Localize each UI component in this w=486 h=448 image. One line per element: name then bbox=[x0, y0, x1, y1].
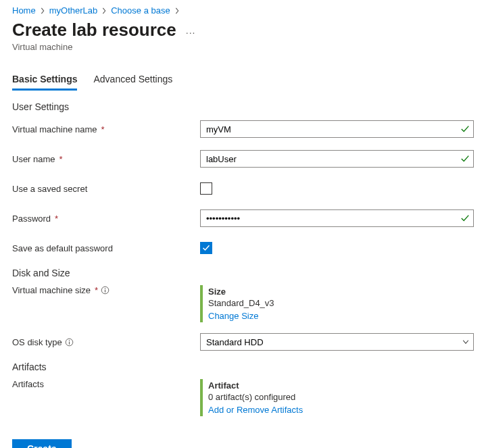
artifacts-card: Artifact 0 artifact(s) configured Add or… bbox=[200, 379, 303, 416]
required-indicator: * bbox=[95, 285, 98, 295]
check-icon bbox=[460, 154, 470, 164]
check-icon bbox=[460, 214, 470, 223]
required-indicator: * bbox=[101, 124, 105, 134]
os-disk-type-label: OS disk type bbox=[12, 337, 62, 347]
breadcrumb-choose-base[interactable]: Choose a base bbox=[111, 5, 170, 16]
tab-advanced-settings[interactable]: Advanced Settings bbox=[93, 74, 172, 91]
required-indicator: * bbox=[55, 214, 58, 224]
chevron-right-icon bbox=[101, 7, 107, 14]
os-disk-type-select[interactable]: Standard HDD bbox=[200, 333, 474, 351]
breadcrumb: Home myOtherLab Choose a base bbox=[12, 5, 474, 16]
vm-name-label: Virtual machine name bbox=[12, 124, 97, 134]
svg-rect-2 bbox=[105, 290, 105, 293]
info-icon[interactable] bbox=[65, 338, 74, 347]
vm-name-input[interactable] bbox=[200, 120, 474, 138]
create-button[interactable]: Create bbox=[12, 439, 72, 448]
page-title: Create lab resource bbox=[12, 20, 176, 41]
breadcrumb-lab[interactable]: myOtherLab bbox=[49, 5, 98, 16]
chevron-right-icon bbox=[174, 7, 180, 14]
vm-size-label: Virtual machine size bbox=[12, 285, 91, 295]
vm-size-card-title: Size bbox=[208, 287, 274, 297]
required-indicator: * bbox=[59, 154, 63, 164]
password-input[interactable] bbox=[200, 209, 474, 227]
artifacts-label: Artifacts bbox=[12, 379, 44, 389]
section-disk-and-size: Disk and Size bbox=[12, 268, 474, 278]
page-subtitle: Virtual machine bbox=[12, 42, 474, 52]
tabs: Basic Settings Advanced Settings bbox=[12, 74, 474, 91]
breadcrumb-home[interactable]: Home bbox=[12, 5, 36, 16]
vm-size-card: Size Standard_D4_v3 Change Size bbox=[200, 285, 274, 322]
artifacts-card-title: Artifact bbox=[208, 380, 303, 391]
more-actions-button[interactable]: ... bbox=[186, 25, 196, 36]
add-remove-artifacts-link[interactable]: Add or Remove Artifacts bbox=[208, 405, 303, 415]
use-saved-secret-checkbox[interactable] bbox=[200, 182, 212, 195]
artifacts-value: 0 artifact(s) configured bbox=[208, 392, 303, 402]
svg-rect-5 bbox=[69, 341, 70, 344]
use-saved-secret-label: Use a saved secret bbox=[12, 184, 87, 194]
change-size-link[interactable]: Change Size bbox=[208, 311, 258, 321]
info-icon[interactable] bbox=[101, 286, 110, 295]
user-name-label: User name bbox=[12, 154, 55, 164]
section-artifacts: Artifacts bbox=[12, 362, 474, 372]
svg-point-1 bbox=[105, 288, 105, 289]
save-default-password-checkbox[interactable] bbox=[200, 242, 212, 254]
svg-point-4 bbox=[68, 340, 69, 341]
save-default-password-label: Save as default password bbox=[12, 243, 113, 253]
vm-size-value: Standard_D4_v3 bbox=[208, 298, 274, 308]
password-label: Password bbox=[12, 214, 51, 224]
section-user-settings: User Settings bbox=[12, 101, 474, 112]
tab-basic-settings[interactable]: Basic Settings bbox=[12, 74, 77, 91]
chevron-right-icon bbox=[40, 7, 45, 14]
user-name-input[interactable] bbox=[200, 150, 474, 168]
check-icon bbox=[460, 124, 470, 134]
